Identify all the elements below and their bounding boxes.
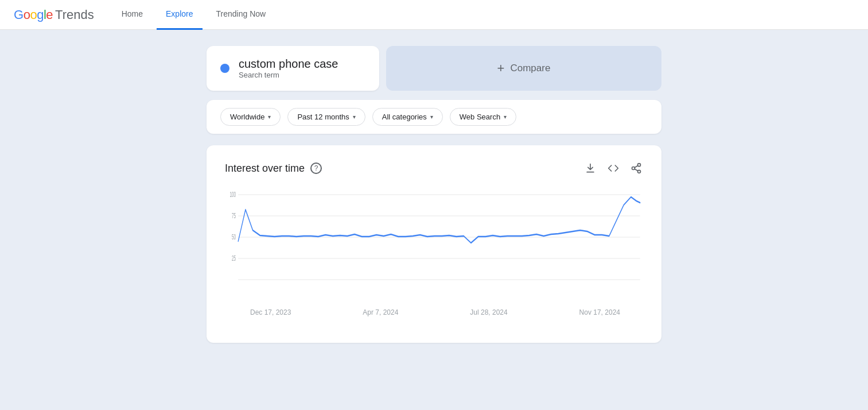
filter-search-type-label: Web Search bbox=[460, 113, 500, 121]
filter-time[interactable]: Past 12 months ▾ bbox=[287, 108, 365, 126]
nav-item-explore[interactable]: Explore bbox=[157, 0, 202, 30]
chevron-down-icon: ▾ bbox=[353, 114, 356, 120]
filter-time-label: Past 12 months bbox=[297, 113, 349, 121]
chart-card: Interest over time ? bbox=[207, 145, 661, 343]
svg-text:75: 75 bbox=[232, 212, 236, 220]
search-card: custom phone case Search term bbox=[207, 46, 379, 91]
main-content: custom phone case Search term + Compare … bbox=[0, 30, 868, 359]
svg-line-3 bbox=[635, 169, 638, 171]
chevron-down-icon: ▾ bbox=[430, 114, 433, 120]
filter-search-type[interactable]: Web Search ▾ bbox=[450, 108, 516, 126]
chart-actions bbox=[583, 161, 643, 175]
header: Google Trends Home Explore Trending Now bbox=[0, 0, 868, 30]
chart-header: Interest over time ? bbox=[225, 161, 643, 175]
chart-line bbox=[238, 197, 640, 243]
compare-card[interactable]: + Compare bbox=[386, 46, 661, 91]
filter-category[interactable]: All categories ▾ bbox=[372, 108, 443, 126]
x-label-1: Dec 17, 2023 bbox=[250, 308, 291, 316]
download-icon[interactable] bbox=[583, 161, 597, 175]
main-nav: Home Explore Trending Now bbox=[112, 0, 275, 29]
share-icon[interactable] bbox=[629, 161, 643, 175]
nav-item-trending[interactable]: Trending Now bbox=[207, 0, 275, 30]
chart-title-row: Interest over time ? bbox=[225, 163, 322, 175]
filter-region[interactable]: Worldwide ▾ bbox=[220, 108, 281, 126]
x-label-4: Nov 17, 2024 bbox=[579, 308, 620, 316]
x-label-2: Apr 7, 2024 bbox=[363, 308, 398, 316]
plus-icon: + bbox=[497, 61, 505, 76]
search-info: custom phone case Search term bbox=[239, 57, 338, 79]
chart-container: 100 75 50 25 Dec 17, 2023 Apr 7, 2024 Ju… bbox=[225, 189, 643, 327]
x-axis-labels: Dec 17, 2023 Apr 7, 2024 Jul 28, 2024 No… bbox=[225, 308, 643, 316]
svg-text:50: 50 bbox=[232, 233, 236, 241]
logo-trends-text: Trends bbox=[55, 7, 94, 22]
chart-title: Interest over time bbox=[225, 163, 305, 175]
svg-line-4 bbox=[635, 165, 638, 167]
search-term: custom phone case bbox=[239, 57, 338, 71]
svg-text:25: 25 bbox=[232, 254, 236, 262]
filters-bar: Worldwide ▾ Past 12 months ▾ All categor… bbox=[207, 100, 661, 134]
interest-chart: 100 75 50 25 bbox=[225, 189, 643, 304]
search-dot bbox=[220, 64, 229, 73]
filter-category-label: All categories bbox=[382, 113, 427, 121]
logo-google-text: Google bbox=[14, 7, 53, 22]
search-section: custom phone case Search term + Compare bbox=[207, 46, 661, 91]
help-icon[interactable]: ? bbox=[310, 163, 322, 174]
svg-text:100: 100 bbox=[229, 191, 236, 199]
filter-region-label: Worldwide bbox=[230, 113, 264, 121]
chevron-down-icon: ▾ bbox=[504, 114, 507, 120]
x-label-3: Jul 28, 2024 bbox=[470, 308, 507, 316]
chevron-down-icon: ▾ bbox=[268, 114, 271, 120]
compare-label: Compare bbox=[510, 63, 550, 74]
nav-item-home[interactable]: Home bbox=[112, 0, 152, 30]
search-type: Search term bbox=[239, 71, 338, 79]
logo[interactable]: Google Trends bbox=[14, 7, 94, 22]
embed-icon[interactable] bbox=[606, 161, 620, 175]
